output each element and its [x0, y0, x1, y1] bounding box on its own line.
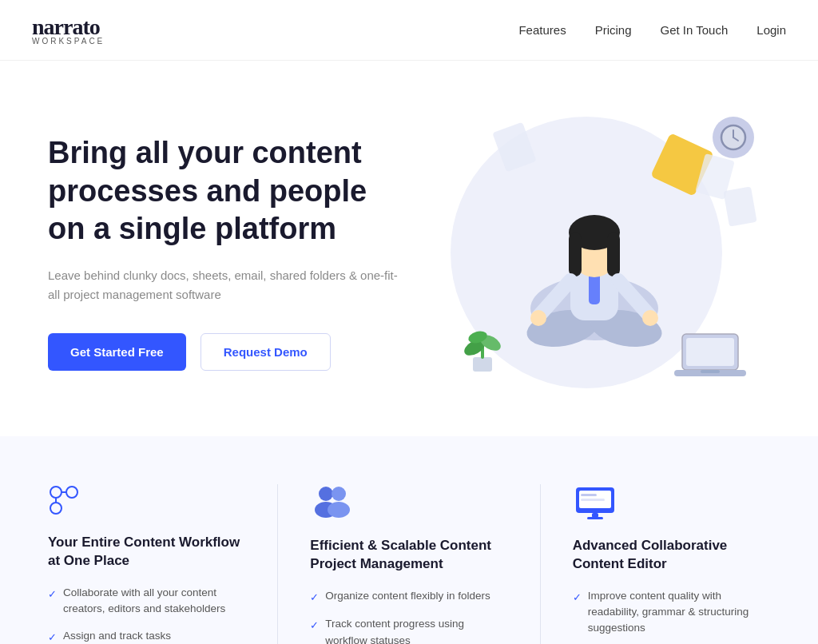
check-icon: ✓ — [48, 586, 57, 602]
list-item-text: Assign and track tasks — [63, 628, 171, 644]
hero-section: Bring all your content processes and peo… — [0, 61, 818, 436]
get-started-button[interactable]: Get Started Free — [48, 333, 186, 371]
list-item: ✓ Collaborate with all your content crea… — [48, 585, 245, 618]
project-icon — [310, 484, 507, 523]
list-item-text: Organize content flexibly in folders — [325, 588, 490, 604]
svg-rect-10 — [569, 233, 582, 276]
clock-icon — [713, 117, 754, 158]
svg-rect-16 — [473, 357, 492, 372]
workflow-title: Your Entire Content Workflow at One Plac… — [48, 534, 245, 570]
navbar: narrato WORKSPACE Features Pricing Get I… — [0, 0, 818, 61]
laptop-icon — [674, 328, 746, 388]
hero-title: Bring all your content processes and peo… — [48, 134, 399, 248]
svg-rect-37 — [581, 499, 605, 501]
check-icon: ✓ — [310, 590, 319, 606]
check-icon: ✓ — [310, 618, 319, 634]
editor-icon — [573, 484, 770, 523]
list-item-text: Improve content quality with readability… — [588, 588, 770, 637]
request-demo-button[interactable]: Request Demo — [201, 333, 331, 371]
check-icon: ✓ — [48, 630, 57, 644]
hero-illustration — [403, 109, 770, 396]
svg-rect-11 — [607, 233, 620, 276]
svg-point-25 — [50, 487, 62, 498]
list-item-text: Track content progress using workflow st… — [325, 616, 507, 644]
feature-card-workflow: Your Entire Content Workflow at One Plac… — [48, 484, 245, 644]
hero-buttons: Get Started Free Request Demo — [48, 333, 399, 371]
svg-point-27 — [50, 503, 62, 514]
nav-get-in-touch[interactable]: Get In Touch — [661, 23, 729, 37]
check-icon: ✓ — [573, 590, 582, 606]
svg-point-33 — [328, 502, 350, 518]
svg-rect-22 — [686, 338, 734, 366]
project-list: ✓ Organize content flexibly in folders ✓… — [310, 588, 507, 644]
list-item: ✓ Improve content quality with readabili… — [573, 588, 770, 637]
list-item-text: Collaborate with all your content creato… — [63, 585, 245, 618]
feature-card-project: Efficient & Scalable Content Project Man… — [310, 484, 507, 644]
nav-pricing[interactable]: Pricing — [595, 23, 632, 37]
svg-point-32 — [332, 487, 346, 501]
project-title: Efficient & Scalable Content Project Man… — [310, 537, 507, 574]
svg-point-26 — [66, 487, 77, 498]
logo-sub: WORKSPACE — [32, 37, 105, 46]
paper-3 — [723, 186, 756, 226]
divider-1 — [277, 484, 278, 644]
list-item: ✓ Organize content flexibly in folders — [310, 588, 507, 606]
svg-rect-36 — [581, 494, 597, 496]
divider-2 — [540, 484, 541, 644]
svg-rect-39 — [587, 517, 603, 519]
workflow-icon — [48, 484, 245, 519]
list-item: ✓ Track content progress using workflow … — [310, 616, 507, 644]
workflow-list: ✓ Collaborate with all your content crea… — [48, 585, 245, 644]
svg-rect-24 — [701, 370, 720, 373]
nav-features[interactable]: Features — [518, 23, 566, 37]
editor-title: Advanced Collaborative Content Editor — [573, 537, 770, 574]
logo-text: narrato — [32, 14, 100, 39]
features-section: Your Entire Content Workflow at One Plac… — [0, 436, 818, 644]
svg-point-15 — [642, 310, 658, 326]
editor-list: ✓ Improve content quality with readabili… — [573, 588, 770, 644]
feature-card-editor: Advanced Collaborative Content Editor ✓ … — [573, 484, 770, 644]
hero-left: Bring all your content processes and peo… — [48, 134, 399, 371]
nav-login[interactable]: Login — [756, 23, 786, 37]
hero-subtitle: Leave behind clunky docs, sheets, email,… — [48, 266, 399, 304]
nav-links: Features Pricing Get In Touch Login — [518, 23, 786, 37]
svg-point-14 — [530, 310, 546, 326]
logo: narrato WORKSPACE — [32, 14, 105, 46]
list-item: ✓ Assign and track tasks — [48, 628, 245, 644]
plant-icon — [459, 317, 506, 380]
svg-point-30 — [319, 487, 333, 501]
